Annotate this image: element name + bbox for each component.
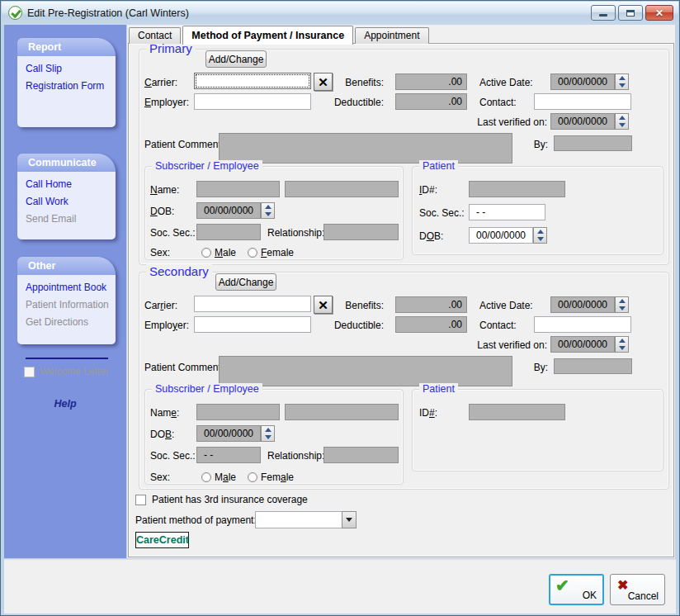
sidebar-item-registration-form[interactable]: Registration Form [26, 80, 104, 92]
secondary-active-date-label: Active Date: [479, 300, 533, 311]
primary-subscriber-name-label: Name: [150, 184, 179, 196]
minimize-icon [599, 14, 607, 17]
cancel-button-label: Cancel [628, 590, 659, 602]
sidebar-panel-communicate: Communicate Call Home Call Work Send Ema… [17, 154, 116, 239]
ok-button[interactable]: ✔ OK [549, 574, 604, 605]
payment-method-dropdown-button[interactable] [342, 511, 357, 528]
title-bar: Edit Pre-Registration (Carl Winters) ✕ [2, 2, 678, 25]
spinner-up-icon [619, 76, 626, 80]
primary-carrier-input[interactable] [194, 73, 311, 89]
dialog-window: Edit Pre-Registration (Carl Winters) ✕ R… [0, 0, 680, 616]
sidebar-item-call-slip[interactable]: Call Slip [26, 63, 62, 74]
third-insurance-row: Patient has 3rd insurance coverage [135, 494, 308, 505]
primary-patient-title: Patient [419, 160, 458, 172]
sidebar-section-title-other: Other [17, 257, 116, 275]
tab-contact[interactable]: Contact [129, 27, 181, 44]
cancel-button[interactable]: ✖ Cancel [610, 574, 665, 605]
secondary-subscriber-name-label: Name: [150, 407, 179, 419]
primary-carrier-clear-button[interactable]: ✕ [314, 73, 333, 91]
primary-by-label: By: [519, 139, 548, 150]
window-title: Edit Pre-Registration (Carl Winters) [27, 7, 189, 19]
primary-active-date-spinner [615, 73, 629, 90]
payment-method-combobox[interactable] [255, 511, 357, 528]
spinner-up-icon [537, 230, 544, 234]
sidebar: Report Call Slip Registration Form Commu… [4, 25, 126, 558]
spinner-up-icon [619, 299, 626, 303]
welcome-letter-row: Welcome Letter [24, 366, 109, 377]
primary-patient-dob-input[interactable]: 00/00/0000 [469, 227, 533, 244]
primary-contact-input[interactable] [534, 93, 631, 110]
primary-patient-socsec-input[interactable]: - - [469, 204, 545, 220]
secondary-contact-input[interactable] [534, 316, 631, 333]
secondary-last-verified-label: Last verified on: [466, 339, 547, 351]
secondary-subscriber-last-name-field [285, 404, 399, 420]
sidebar-item-get-directions: Get Directions [26, 316, 88, 328]
sidebar-panel-report: Report Call Slip Registration Form [17, 38, 116, 127]
maximize-icon [626, 10, 635, 17]
secondary-patient-group: Patient ID#: [412, 389, 663, 471]
primary-subscriber-first-name-field [196, 181, 280, 197]
sidebar-divider [26, 358, 108, 359]
secondary-benefits-field: .00 [395, 296, 467, 313]
secondary-by-label: By: [519, 362, 548, 373]
secondary-subscriber-dob-spinner [261, 425, 275, 442]
primary-patient-dob-spinner[interactable] [533, 227, 547, 244]
ok-button-label: OK [583, 590, 597, 601]
secondary-carrier-input[interactable] [194, 296, 311, 312]
spinner-down-icon [537, 237, 544, 241]
secondary-active-date-spinner [615, 296, 629, 313]
secondary-last-verified-spinner [615, 336, 629, 353]
sidebar-section-title-report: Report [17, 38, 116, 56]
secondary-patient-id-label: ID#: [419, 407, 437, 419]
carecredit-button[interactable]: CareCredit [135, 532, 189, 548]
primary-add-change-button[interactable]: Add/Change [205, 50, 267, 68]
third-insurance-checkbox[interactable] [135, 495, 146, 505]
spinner-down-icon [619, 346, 626, 350]
spinner-down-icon [619, 306, 626, 310]
sidebar-item-call-work[interactable]: Call Work [26, 196, 68, 207]
secondary-subscriber-male-radio[interactable] [201, 472, 211, 482]
primary-active-date-label: Active Date: [479, 77, 533, 88]
primary-carrier-label: Carrier: [144, 77, 177, 88]
secondary-deductible-field: .00 [395, 316, 467, 333]
sidebar-item-send-email: Send Email [26, 213, 76, 225]
minimize-button[interactable] [591, 5, 616, 21]
secondary-subscriber-female-radio[interactable] [248, 472, 257, 482]
primary-subscriber-dob-label: DOB: [150, 206, 174, 217]
sidebar-item-appointment-book[interactable]: Appointment Book [26, 282, 106, 293]
primary-subscriber-group: Subscriber / Employee Name: DOB: 00/00/0… [144, 166, 404, 260]
secondary-carrier-clear-button[interactable]: ✕ [314, 296, 333, 314]
maximize-button[interactable] [618, 5, 643, 21]
primary-employer-input[interactable] [194, 93, 311, 110]
spinner-up-icon [265, 205, 272, 209]
secondary-benefits-label: Benefits: [338, 300, 384, 311]
content-area: Contact Method of Payment / Insurance Ap… [127, 25, 675, 558]
secondary-add-change-button[interactable]: Add/Change [215, 273, 276, 291]
sidebar-item-call-home[interactable]: Call Home [26, 178, 72, 190]
primary-subscriber-dob-spinner [261, 202, 275, 219]
primary-subscriber-female-radio[interactable] [248, 248, 257, 258]
primary-patient-group: Patient ID#: Soc. Sec.: - - DOB: 00/00/0… [412, 166, 663, 255]
clear-x-icon: ✕ [318, 75, 328, 89]
primary-patient-comments-label: Patient Comments: [144, 139, 229, 150]
primary-subscriber-socsec-label: Soc. Sec.: [150, 227, 196, 239]
secondary-last-verified-field: 00/00/0000 [550, 336, 615, 353]
primary-subscriber-male-radio[interactable] [201, 248, 211, 258]
close-button[interactable]: ✕ [645, 5, 673, 21]
secondary-subscriber-socsec-field: - - [196, 447, 261, 463]
spinner-up-icon [619, 116, 626, 120]
primary-patient-dob-label: DOB: [419, 230, 443, 242]
primary-patient-id-label: ID#: [419, 184, 437, 196]
tab-appointment[interactable]: Appointment [355, 27, 428, 44]
secondary-patient-comments-field [219, 356, 512, 386]
secondary-group-title: Secondary [146, 264, 212, 278]
tab-method-of-payment[interactable]: Method of Payment / Insurance [182, 26, 353, 45]
primary-contact-label: Contact: [479, 97, 517, 108]
primary-last-verified-spinner [615, 113, 629, 130]
primary-patient-socsec-label: Soc. Sec.: [419, 207, 465, 219]
payment-method-value[interactable] [255, 511, 342, 528]
secondary-subscriber-group: Subscriber / Employee Name: DOB: 00/00/0… [144, 389, 404, 485]
secondary-employer-input[interactable] [194, 316, 311, 333]
help-link[interactable]: Help [4, 398, 126, 410]
secondary-by-field [554, 358, 632, 374]
